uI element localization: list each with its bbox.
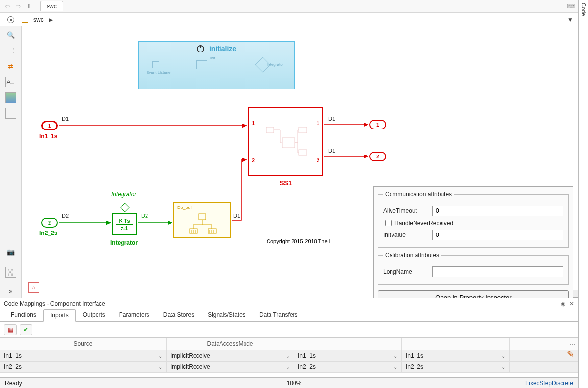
mappings-min-icon[interactable]: ◉ — [561, 300, 565, 307]
ss1-block[interactable]: 1 2 1 2 — [248, 107, 323, 176]
mappings-apply-button[interactable]: ✔ — [20, 324, 32, 335]
open-property-inspector-button[interactable]: Open in Property Inspector — [378, 290, 569, 298]
status-solver[interactable]: FixedStepDiscrete — [525, 380, 573, 387]
grid-icon[interactable]: ░ — [5, 267, 16, 278]
event-listener-label: Event Listener — [147, 70, 172, 75]
nav-up-icon[interactable]: ⬆ — [24, 2, 33, 11]
cell-c3[interactable]: In1_1s⌄ — [294, 350, 402, 361]
tab-outports[interactable]: Outports — [76, 309, 112, 321]
attributes-popup: Communication attributes AliveTimeout Ha… — [373, 186, 573, 298]
integrator-block[interactable]: K Ts z-1 — [112, 213, 137, 235]
code-mappings-title: Code Mappings - Component Interface — [4, 300, 105, 307]
mappings-table: Source DataAccessMode In1_1s⌄ImplicitRec… — [0, 337, 578, 377]
power-icon — [197, 45, 204, 52]
outport-2-num: 2 — [376, 154, 379, 159]
inport-2-num: 2 — [48, 220, 51, 226]
status-ready: Ready — [5, 380, 22, 387]
outport-1-num: 1 — [376, 122, 379, 128]
box-icon[interactable] — [5, 108, 16, 119]
tab-parameters[interactable]: Parameters — [112, 309, 156, 321]
calibration-attributes-group: Calibration attributes LongName — [378, 252, 569, 285]
svg-rect-15 — [299, 127, 307, 133]
handle-never-received-checkbox[interactable] — [385, 220, 392, 226]
mappings-close-icon[interactable]: ✕ — [569, 300, 574, 307]
model-canvas[interactable]: initialize Event Listener Init Integrato… — [22, 26, 578, 298]
camera-icon[interactable]: 📷 — [5, 246, 16, 257]
breadcrumb: swc ▶ ▼ — [0, 13, 578, 26]
ss1-in1-num: 1 — [252, 120, 255, 126]
alive-timeout-label: AliveTimeout — [383, 207, 432, 214]
initialize-title: initialize — [209, 45, 236, 52]
tab-inports[interactable]: Inports — [43, 309, 76, 322]
outport-1[interactable]: 1 — [369, 120, 386, 129]
document-tab[interactable]: swc — [40, 1, 63, 11]
breadcrumb-dropdown-icon[interactable]: ▼ — [563, 16, 578, 23]
mappings-edit-icon[interactable]: ✎ — [567, 349, 574, 360]
svg-rect-0 — [199, 214, 206, 220]
ss1-out2-num: 2 — [317, 157, 319, 163]
arrows-icon[interactable]: ⇄ — [5, 61, 16, 72]
fit-icon[interactable]: ⛶ — [5, 45, 16, 56]
tab-data-stores[interactable]: Data Stores — [156, 309, 201, 321]
breadcrumb-chevron-icon[interactable]: ▶ — [49, 16, 53, 23]
copyright-text: Copyright 2015-2018 The I — [267, 238, 331, 244]
model-icon — [22, 17, 28, 23]
alive-timeout-input[interactable] — [432, 206, 564, 216]
cell-c4[interactable]: In1_1s⌄ — [402, 350, 510, 361]
inport-1-name: In1_1s — [39, 133, 57, 140]
code-side-tab[interactable]: Code — [578, 0, 588, 388]
ss1-out2-sig: D1 — [328, 148, 335, 154]
keyboard-icon[interactable]: ⌨ — [567, 3, 575, 10]
inport-2[interactable]: 2 — [41, 218, 58, 228]
long-name-input[interactable] — [432, 266, 564, 277]
cell-dam[interactable]: ImplicitReceive⌄ — [167, 362, 294, 372]
table-row[interactable]: In1_1s⌄ImplicitReceive⌄In1_1s⌄In1_1s⌄ — [0, 350, 578, 362]
cell-source[interactable]: In2_2s⌄ — [0, 362, 167, 372]
nav-fwd-icon[interactable]: ⇨ — [14, 2, 23, 11]
image-icon[interactable] — [5, 92, 16, 103]
col-4[interactable] — [402, 338, 510, 350]
cell-c3[interactable]: In2_2s⌄ — [294, 362, 402, 372]
mappings-more-icon[interactable]: ⋯ — [569, 341, 575, 348]
init-label: Init — [210, 56, 215, 60]
dobuf-out-label: D1 — [233, 213, 240, 219]
table-row[interactable]: In2_2s⌄ImplicitReceive⌄In2_2s⌄In2_2s⌄ — [0, 362, 578, 373]
init-value-label: InitValue — [383, 232, 432, 238]
cell-source[interactable]: In1_1s⌄ — [0, 350, 167, 361]
tab-signals-states[interactable]: Signals/States — [201, 309, 252, 321]
nav-toolbar: ⇦ ⇨ ⬆ swc ⌨ — [0, 0, 578, 13]
cell-dam[interactable]: ImplicitReceive⌄ — [167, 350, 294, 361]
rail-expand-icon[interactable]: » — [9, 287, 12, 295]
canvas-toolbar: 🔍 ⛶ ⇄ A≡ 📷 ░ » — [0, 26, 22, 298]
cell-c4[interactable]: In2_2s⌄ — [402, 362, 510, 372]
ss1-title: SS1 — [248, 180, 323, 187]
target-icon[interactable] — [7, 16, 14, 23]
zoom-icon[interactable]: 🔍 — [5, 29, 16, 40]
long-name-label: LongName — [383, 268, 432, 275]
nav-back-icon[interactable]: ⇦ — [3, 2, 12, 11]
annotate-icon[interactable]: A≡ — [5, 77, 16, 87]
breadcrumb-model[interactable]: swc — [28, 16, 49, 23]
ss1-in2-num: 2 — [252, 157, 255, 163]
integrator-kts: K Ts — [113, 218, 136, 224]
col-data-access-mode[interactable]: DataAccessMode — [167, 338, 294, 350]
col-3[interactable] — [294, 338, 402, 350]
code-side-tab-label: Code — [581, 3, 587, 388]
integrator-zm1: z-1 — [113, 225, 136, 231]
outport-2[interactable]: 2 — [369, 152, 386, 161]
code-mappings-tabs: Functions Inports Outports Parameters Da… — [0, 309, 578, 322]
inport-1-num: 1 — [48, 123, 51, 129]
init-value-input[interactable] — [432, 230, 564, 240]
tab-data-transfers[interactable]: Data Transfers — [252, 309, 305, 321]
col-source[interactable]: Source — [0, 338, 167, 350]
mappings-settings-button[interactable]: ▦ — [4, 324, 17, 335]
inport-1[interactable]: 1 — [41, 121, 58, 130]
hierarchy-icon[interactable]: ⌂ — [28, 282, 39, 293]
tab-functions[interactable]: Functions — [4, 309, 43, 321]
svg-rect-16 — [299, 150, 307, 155]
initialize-subsystem[interactable]: initialize Event Listener Init Integrato… — [138, 41, 295, 89]
status-zoom[interactable]: 100% — [287, 380, 302, 387]
status-bar: Ready 100% FixedStepDiscrete — [0, 377, 578, 388]
communication-attributes-group: Communication attributes AliveTimeout Ha… — [378, 191, 569, 248]
svg-rect-14 — [282, 138, 295, 148]
